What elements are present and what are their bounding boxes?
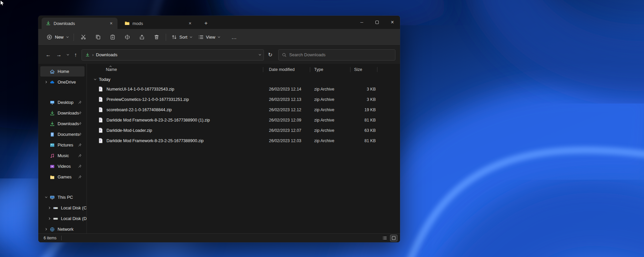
tab-downloads[interactable]: Downloads × xyxy=(42,18,117,29)
tab-label: Downloads xyxy=(54,21,105,26)
search-input[interactable] xyxy=(289,52,392,57)
sidebar-item-documents[interactable]: Documents xyxy=(40,129,85,139)
paste-button[interactable] xyxy=(105,32,120,43)
pin-icon xyxy=(78,164,82,169)
new-tab-button[interactable]: + xyxy=(201,18,211,28)
disk-drive-d-icon xyxy=(53,216,58,221)
sidebar-item-home[interactable]: Home xyxy=(40,66,85,77)
close-button[interactable]: × xyxy=(385,16,400,29)
sidebar-item-local-disk-c[interactable]: Local Disk (C:) xyxy=(40,203,85,213)
file-row[interactable]: PreviewCosmetics-12-1-0-0-1677331251.zip… xyxy=(87,94,397,105)
tab-close-icon[interactable]: × xyxy=(186,20,194,27)
sidebar-item-label: Pictures xyxy=(58,142,73,147)
back-button[interactable]: ← xyxy=(43,50,54,60)
address-bar[interactable]: › Downloads xyxy=(82,49,264,61)
sidebar-item-label: OneDrive xyxy=(58,80,76,85)
cut-icon xyxy=(81,34,86,40)
empty-area[interactable] xyxy=(87,146,400,233)
rename-button[interactable] xyxy=(120,32,134,43)
file-list-pane: Name Date modified Type Size Today Numer… xyxy=(87,64,400,233)
games-folder-icon xyxy=(50,174,55,180)
new-plus-icon xyxy=(47,34,52,40)
chevron-down-icon[interactable] xyxy=(44,196,48,198)
command-bar: New Sort View xyxy=(38,29,400,46)
file-type: zip Archive xyxy=(310,128,350,133)
window-body: Home OneDrive Desktop xyxy=(38,64,400,233)
pictures-icon xyxy=(50,142,55,148)
copy-button[interactable] xyxy=(91,32,105,43)
pin-icon xyxy=(78,122,82,127)
file-name-cell: Darktide Mod Framework-8-23-2-25-1677388… xyxy=(87,138,263,143)
sidebar-item-label: Downloads xyxy=(58,121,79,126)
sidebar-item-downloads[interactable]: Downloads xyxy=(40,108,85,118)
sidebar-item-onedrive[interactable]: OneDrive xyxy=(40,77,85,87)
view-label: View xyxy=(206,35,215,40)
delete-button[interactable] xyxy=(149,32,164,43)
zip-archive-icon xyxy=(98,117,104,123)
pin-icon xyxy=(78,143,82,148)
status-divider xyxy=(61,236,62,240)
pin-icon xyxy=(78,111,82,116)
minimize-button[interactable]: ─ xyxy=(354,16,369,29)
downloads-icon xyxy=(50,111,55,116)
sidebar-item-downloads-2[interactable]: Downloads xyxy=(40,119,85,129)
file-row[interactable]: scoreboard-22-1-0-1677408844.zip 26/02/2… xyxy=(87,105,397,115)
chevron-right-icon[interactable] xyxy=(47,207,51,209)
tab-mods[interactable]: mods × xyxy=(120,18,196,29)
mouse-cursor xyxy=(0,0,5,6)
breadcrumb-location[interactable]: Downloads xyxy=(96,52,117,57)
file-name: Darktide-Mod-Loader.zip xyxy=(107,128,152,133)
maximize-button[interactable] xyxy=(369,16,385,29)
forward-button[interactable]: → xyxy=(54,50,64,60)
large-icons-view-button[interactable] xyxy=(390,235,397,241)
this-pc-icon xyxy=(50,195,55,200)
column-header-type[interactable]: Type xyxy=(310,65,350,75)
file-row[interactable]: NumericUI-14-1-0-0-1677332543.zip 26/02/… xyxy=(87,84,397,94)
sidebar-item-this-pc[interactable]: This PC xyxy=(40,192,85,202)
column-header-size[interactable]: Size xyxy=(350,65,377,75)
sidebar-item-local-disk-d[interactable]: Local Disk (D:) xyxy=(40,213,85,224)
share-button[interactable] xyxy=(134,32,149,43)
sidebar-item-label: Music xyxy=(58,153,69,158)
sidebar-item-network[interactable]: Network xyxy=(40,224,85,233)
column-header-date-modified[interactable]: Date modified xyxy=(263,65,310,75)
tab-close-icon[interactable]: × xyxy=(107,20,115,27)
sidebar-item-videos[interactable]: Videos xyxy=(40,161,85,171)
recent-locations-button[interactable] xyxy=(64,50,70,60)
view-button[interactable]: View xyxy=(195,32,223,43)
sidebar-item-desktop[interactable]: Desktop xyxy=(40,97,85,108)
cut-button[interactable] xyxy=(76,32,91,43)
details-view-button[interactable] xyxy=(381,235,388,241)
zip-archive-icon xyxy=(98,107,104,113)
sidebar-item-label: Games xyxy=(58,174,72,179)
group-collapse-icon[interactable] xyxy=(94,78,96,80)
group-header-today[interactable]: Today xyxy=(87,75,400,84)
search-box xyxy=(278,49,395,61)
refresh-button[interactable]: ↻ xyxy=(265,50,276,60)
column-header-name[interactable]: Name xyxy=(87,65,263,75)
chevron-right-icon[interactable] xyxy=(44,228,48,230)
rename-icon xyxy=(124,34,130,40)
music-icon xyxy=(50,153,55,158)
new-label: New xyxy=(55,35,64,40)
view-icon xyxy=(198,34,204,40)
sidebar-item-games[interactable]: Games xyxy=(40,172,85,182)
file-row[interactable]: Darktide Mod Framework-8-23-2-25-1677388… xyxy=(87,135,397,146)
address-dropdown-icon[interactable] xyxy=(259,53,261,56)
file-row[interactable]: Darktide-Mod-Loader.zip 26/02/2023 12.07… xyxy=(87,125,397,135)
sidebar-item-pictures[interactable]: Pictures xyxy=(40,140,85,150)
chevron-right-icon[interactable] xyxy=(47,218,51,219)
chevron-right-icon[interactable] xyxy=(44,81,48,83)
sidebar-item-music[interactable]: Music xyxy=(40,150,85,161)
sidebar-item-label: Home xyxy=(58,69,69,74)
up-button[interactable]: ↑ xyxy=(70,50,81,60)
share-icon xyxy=(139,34,145,40)
sort-button[interactable]: Sort xyxy=(168,32,195,43)
file-name-cell: Darktide Mod Framework-8-23-2-25-1677388… xyxy=(87,117,263,123)
file-type: zip Archive xyxy=(310,87,350,92)
folder-icon xyxy=(124,21,130,26)
new-button[interactable]: New xyxy=(43,32,72,43)
file-row[interactable]: Darktide Mod Framework-8-23-2-25-1677388… xyxy=(87,115,397,125)
more-options-button[interactable]: … xyxy=(229,32,240,43)
file-name: PreviewCosmetics-12-1-0-0-1677331251.zip xyxy=(107,97,189,102)
